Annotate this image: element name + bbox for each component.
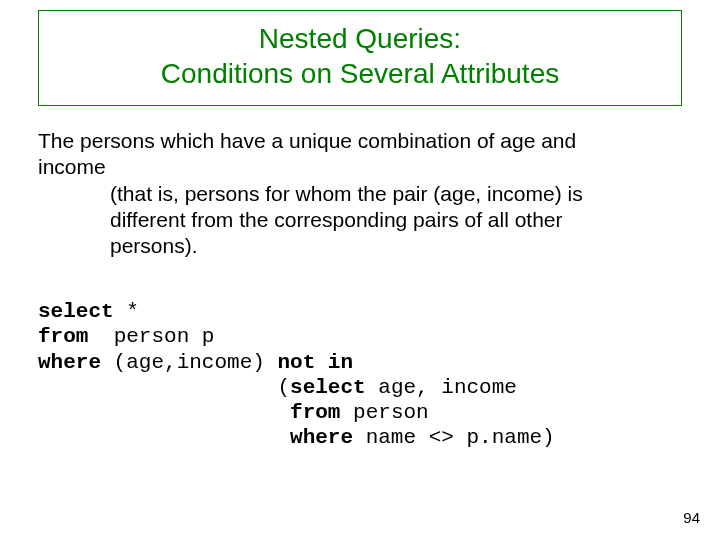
kw-select2: select xyxy=(290,376,366,399)
sql-sub-select-rest: age, income xyxy=(366,376,517,399)
paren-line-3: persons). xyxy=(110,233,682,259)
paren-line-1: (that is, persons for whom the pair (age… xyxy=(110,181,682,207)
paren-line-2: different from the corresponding pairs o… xyxy=(110,207,682,233)
intro-line-2: income xyxy=(38,154,682,180)
sql-sub-where-pad xyxy=(38,426,290,449)
slide: Nested Queries: Conditions on Several At… xyxy=(0,0,720,540)
page-number: 94 xyxy=(683,509,700,526)
sql-code: select * from person p where (age,income… xyxy=(38,299,690,450)
sql-sub-from-rest: person xyxy=(340,401,428,424)
sql-sub-from-pad xyxy=(38,401,290,424)
kw-notin: not in xyxy=(277,351,353,374)
kw-from: from xyxy=(38,325,88,348)
kw-select: select xyxy=(38,300,114,323)
body-text: The persons which have a unique combinat… xyxy=(38,128,682,259)
sql-sub-open: ( xyxy=(38,376,290,399)
sql-star: * xyxy=(114,300,139,323)
sql-from-rest: person p xyxy=(88,325,214,348)
kw-from2: from xyxy=(290,401,340,424)
sql-where-tuple: (age,income) xyxy=(101,351,277,374)
title-line-1: Nested Queries: xyxy=(59,21,661,56)
title-box: Nested Queries: Conditions on Several At… xyxy=(38,10,682,106)
intro-line-1: The persons which have a unique combinat… xyxy=(38,128,682,154)
title-line-2: Conditions on Several Attributes xyxy=(59,56,661,91)
sql-sub-where-rest: name <> p.name) xyxy=(353,426,555,449)
kw-where: where xyxy=(38,351,101,374)
parenthetical: (that is, persons for whom the pair (age… xyxy=(110,181,682,260)
kw-where2: where xyxy=(290,426,353,449)
